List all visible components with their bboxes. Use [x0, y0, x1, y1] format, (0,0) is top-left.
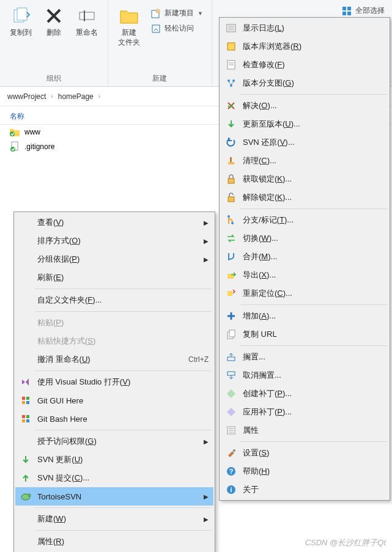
git-icon [19, 395, 32, 406]
breadcrumb-item-0[interactable]: wwwProject [7, 92, 46, 101]
git-bash-label: Git Bash Here [37, 414, 209, 424]
menu-sort[interactable]: 排序方式(O)▶ [15, 232, 213, 250]
menu-view[interactable]: 查看(V)▶ [15, 213, 213, 232]
menu-refresh[interactable]: 刷新(E) [15, 268, 213, 287]
menu-properties-svn[interactable]: 属性 [221, 421, 388, 440]
menu-merge[interactable]: 合并(M)... [221, 248, 388, 266]
context-menu-main: 查看(V)▶ 排序方式(O)▶ 分组依据(P)▶ 刷新(E) 自定义文件夹(F)… [13, 212, 215, 552]
svg-rect-46 [227, 389, 235, 398]
menu-settings[interactable]: 设置(S) [221, 444, 388, 462]
chevron-right-icon: ▶ [204, 219, 209, 226]
menu-separator [240, 345, 387, 346]
menu-relocate[interactable]: 重新定位(C)... [221, 284, 388, 303]
menu-apply-patch[interactable]: 应用补丁(P)... [221, 403, 388, 421]
svg-rect-15 [26, 397, 29, 400]
menu-create-patch[interactable]: 创建补丁(P)... [221, 385, 388, 403]
svg-rect-2 [80, 12, 94, 20]
menu-revision-graph[interactable]: 版本分支图(G) [221, 74, 388, 92]
svg-rect-44 [227, 357, 235, 361]
chevron-right-icon: ▶ [204, 438, 209, 445]
menu-git-bash[interactable]: Git Bash Here [15, 410, 213, 428]
svg-rect-21 [26, 419, 29, 422]
menu-svn-revert[interactable]: SVN 还原(V)... [221, 133, 388, 152]
copy-url-label: 复制 URL [243, 329, 383, 340]
menu-copy-url[interactable]: 复制 URL [221, 325, 388, 344]
svg-point-23 [28, 494, 31, 496]
menu-properties[interactable]: 属性(R) [15, 532, 213, 551]
ribbon-group-new: 新建 文件夹 新建项目 ▼ 轻松访问 新建 [108, 0, 212, 86]
check-mods-icon [224, 59, 238, 70]
svg-rect-37 [228, 197, 234, 202]
menu-svn-commit[interactable]: SVN 提交(C)... [15, 469, 213, 487]
menu-vs-open[interactable]: 使用 Visual Studio 打开(V) [15, 373, 213, 391]
menu-git-gui[interactable]: Git GUI Here [15, 391, 213, 410]
menu-customize-folder[interactable]: 自定义文件夹(F)... [15, 291, 213, 309]
menu-paste-shortcut: 粘贴快捷方式(S) [15, 332, 213, 350]
menu-switch[interactable]: 切换(W)... [221, 229, 388, 248]
rename-icon [77, 6, 97, 26]
menu-repo-browser[interactable]: 版本库浏览器(R) [221, 37, 388, 56]
svg-rect-9 [342, 12, 346, 15]
menu-about[interactable]: i关于 [221, 480, 388, 499]
copy-to-label: 复制到 [10, 28, 32, 38]
git-icon [19, 413, 32, 424]
menu-tortoisesvn[interactable]: TortoiseSVN▶ [15, 487, 213, 506]
menu-svn-update[interactable]: SVN 更新(U) [15, 451, 213, 469]
properties-label: 属性 [243, 425, 383, 436]
menu-separator [35, 430, 212, 430]
menu-separator [35, 530, 212, 531]
menu-show-log[interactable]: 显示日志(L) [221, 19, 388, 37]
about-icon: i [224, 484, 238, 495]
new-item-button[interactable]: 新建项目 ▼ [147, 6, 207, 20]
help-icon: ? [224, 466, 238, 477]
menu-shelve[interactable]: 搁置... [221, 348, 388, 366]
menu-unshelve[interactable]: 取消搁置... [221, 366, 388, 385]
svg-rect-28 [227, 43, 235, 50]
svg-rect-18 [22, 415, 25, 418]
switch-icon [224, 233, 238, 244]
menu-group-by[interactable]: 分组依据(P)▶ [15, 250, 213, 268]
menu-undo-rename[interactable]: 撤消 重命名(U)Ctrl+Z [15, 350, 213, 369]
folder-svn-icon [10, 127, 20, 137]
menu-grant-access[interactable]: 授予访问权限(G)▶ [15, 432, 213, 451]
menu-resolve[interactable]: 解决(O)... [221, 97, 388, 115]
easy-access-button[interactable]: 轻松访问 [147, 21, 207, 35]
menu-get-lock[interactable]: 获取锁定(K)... [221, 170, 388, 188]
organize-group-label: 组织 [46, 71, 61, 85]
menu-help[interactable]: ?帮助(H) [221, 462, 388, 480]
menu-export[interactable]: 导出(X)... [221, 266, 388, 284]
menu-branch-tag[interactable]: 分支/标记(T)... [221, 211, 388, 229]
svg-rect-1 [17, 8, 27, 20]
select-all-button[interactable]: 全部选择 [338, 4, 388, 18]
rename-button[interactable]: 重命名 [71, 4, 103, 40]
about-label: 关于 [243, 484, 383, 495]
graph-icon [224, 78, 238, 89]
menu-add[interactable]: 增加(A)... [221, 307, 388, 325]
unshelve-icon [224, 370, 238, 381]
svg-point-33 [232, 79, 235, 82]
tortoisesvn-label: TortoiseSVN [37, 492, 204, 501]
copy-url-icon [224, 329, 238, 340]
delete-button[interactable]: 删除 [39, 4, 68, 40]
log-icon [224, 23, 238, 34]
select-all-label: 全部选择 [355, 6, 385, 16]
svg-point-39 [231, 222, 234, 224]
new-folder-label: 新建 文件夹 [118, 28, 140, 47]
chevron-right-icon: ▶ [204, 238, 209, 245]
svg-rect-16 [22, 401, 25, 404]
menu-cleanup[interactable]: 清理(C)... [221, 152, 388, 170]
copy-to-button[interactable]: 复制到 [5, 4, 37, 40]
menu-check-mods[interactable]: 检查修改(F) [221, 56, 388, 74]
easy-access-icon [151, 24, 161, 34]
lock-icon [224, 174, 238, 185]
menu-new[interactable]: 新建(W)▶ [15, 510, 213, 528]
svg-point-38 [227, 215, 230, 218]
menu-update-to-rev[interactable]: 更新至版本(U)... [221, 115, 388, 133]
chevron-right-icon: ▶ [204, 256, 209, 263]
menu-release-lock[interactable]: 解除锁定(K)... [221, 188, 388, 207]
new-folder-button[interactable]: 新建 文件夹 [113, 4, 145, 50]
breadcrumb-item-1[interactable]: homePage [58, 92, 94, 101]
menu-separator [240, 208, 387, 209]
svg-point-34 [230, 84, 232, 87]
delete-icon [44, 6, 64, 26]
